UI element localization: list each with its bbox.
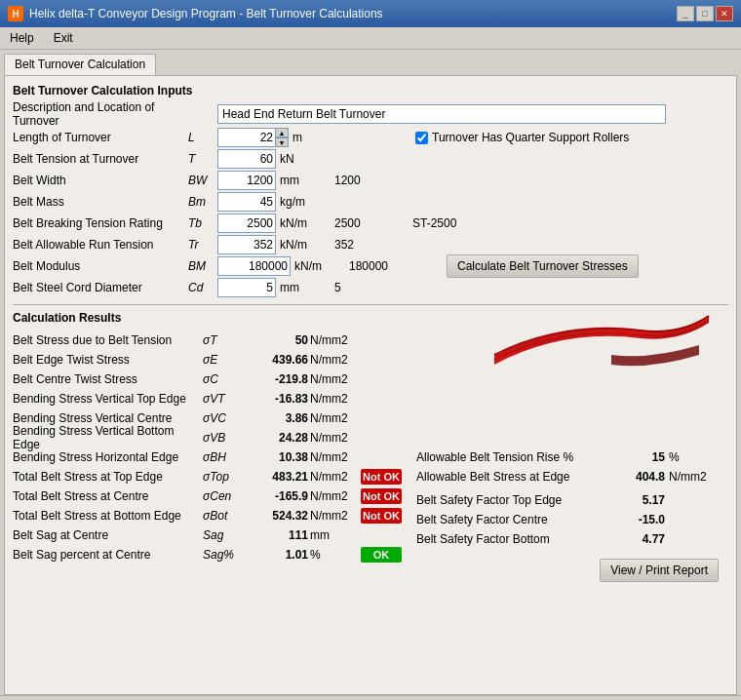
mass-unit: kg/m xyxy=(276,195,325,209)
width-unit: mm xyxy=(276,174,325,187)
result-symbol-10: Sag xyxy=(203,528,247,542)
right-label-1: Allowable Belt Stress at Edge xyxy=(416,470,611,484)
quarter-roller-checkbox[interactable] xyxy=(415,132,428,144)
result-symbol-0: σT xyxy=(203,333,247,347)
result-label-4: Bending Stress Vertical Centre xyxy=(13,411,203,425)
result-unit-4: N/mm2 xyxy=(310,411,359,425)
breaking-extra: 2500 xyxy=(325,216,403,230)
right-label-0: Allowable Belt Tension Rise % xyxy=(416,450,611,464)
breaking-input[interactable] xyxy=(217,214,276,233)
result-symbol-8: σCen xyxy=(203,489,247,503)
right-value-0: 15 xyxy=(611,450,665,464)
length-input[interactable] xyxy=(217,128,276,147)
menu-exit[interactable]: Exit xyxy=(48,29,79,47)
result-unit-7: N/mm2 xyxy=(310,470,359,484)
breaking-symbol: Tb xyxy=(188,216,217,230)
result-value-9: 524.32 xyxy=(247,509,310,523)
length-row: Length of Turnover L ▲ ▼ m Turnover Has … xyxy=(13,127,728,148)
result-unit-1: N/mm2 xyxy=(310,353,359,367)
quarter-roller-label: Turnover Has Quarter Support Rollers xyxy=(432,131,629,144)
result-unit-9: N/mm2 xyxy=(310,509,359,523)
mass-input[interactable] xyxy=(217,192,276,212)
description-row: Description and Location of Turnover xyxy=(13,103,728,125)
result-unit-8: N/mm2 xyxy=(310,489,359,503)
title-bar: H Helix delta-T Conveyor Design Program … xyxy=(0,0,741,27)
right-unit-0: % xyxy=(665,450,714,464)
length-down-btn[interactable]: ▼ xyxy=(275,137,289,147)
close-button[interactable]: ✕ xyxy=(716,6,733,21)
result-row-10: Belt Sag at Centre Sag 111 mm xyxy=(13,525,402,545)
status-badge-8: Not OK xyxy=(361,488,402,504)
allowable-extra: 352 xyxy=(325,238,403,252)
cord-extra: 5 xyxy=(325,281,403,294)
modulus-unit: kN/m xyxy=(291,259,339,273)
right-value-2: 5.17 xyxy=(611,493,665,507)
result-value-6: 10.38 xyxy=(247,450,310,464)
result-row-3: Bending Stress Vertical Top Edge σVT -16… xyxy=(13,389,402,408)
right-result-row-2: Belt Safety Factor Top Edge 5.17 xyxy=(416,490,728,510)
tension-unit: kN xyxy=(276,152,325,166)
result-row-2: Belt Centre Twist Stress σC -219.8 N/mm2 xyxy=(13,369,402,389)
calculate-button[interactable]: Calculate Belt Turnover Stresses xyxy=(447,254,639,278)
right-result-row-4: Belt Safety Factor Bottom 4.77 xyxy=(416,529,728,549)
app-icon: H xyxy=(8,6,23,21)
result-symbol-7: σTop xyxy=(203,470,247,484)
cord-label: Belt Steel Cord Diameter xyxy=(13,281,188,294)
result-symbol-9: σBot xyxy=(203,509,247,523)
result-label-8: Total Belt Stress at Centre xyxy=(13,489,203,503)
width-label: Belt Width xyxy=(13,174,188,187)
result-label-1: Belt Edge Twist Stress xyxy=(13,353,203,367)
result-label-0: Belt Stress due to Belt Tension xyxy=(13,333,203,347)
print-report-button[interactable]: View / Print Report xyxy=(600,559,719,582)
result-unit-0: N/mm2 xyxy=(310,333,359,347)
modulus-row: Belt Modulus BM kN/m 180000 Calculate Be… xyxy=(13,255,728,277)
breaking-extra2: ST-2500 xyxy=(412,216,456,230)
right-result-row-0: Allowable Belt Tension Rise % 15 % xyxy=(416,447,728,467)
allowable-unit: kN/m xyxy=(276,238,325,252)
modulus-symbol: BM xyxy=(188,259,217,273)
result-value-2: -219.8 xyxy=(247,372,310,386)
result-symbol-11: Sag% xyxy=(203,548,247,562)
result-value-3: -16.83 xyxy=(247,392,310,406)
result-label-2: Belt Centre Twist Stress xyxy=(13,372,203,386)
main-content: Belt Turnover Calculation Inputs Descrip… xyxy=(4,75,737,695)
cord-row: Belt Steel Cord Diameter Cd mm 5 xyxy=(13,277,728,298)
cord-symbol: Cd xyxy=(188,281,217,294)
result-symbol-2: σC xyxy=(203,372,247,386)
inputs-section: Belt Turnover Calculation Inputs Descrip… xyxy=(13,84,728,298)
width-row: Belt Width BW mm 1200 xyxy=(13,170,728,191)
result-symbol-5: σVB xyxy=(203,431,247,445)
tension-input[interactable] xyxy=(217,149,276,169)
allowable-symbol: Tr xyxy=(188,238,217,252)
length-up-btn[interactable]: ▲ xyxy=(275,128,289,137)
width-input[interactable] xyxy=(217,171,276,190)
description-input[interactable] xyxy=(217,104,666,124)
left-results: Belt Stress due to Belt Tension σT 50 N/… xyxy=(13,331,402,582)
result-row-6: Bending Stress Horizontal Edge σBH 10.38… xyxy=(13,447,402,467)
menu-bar: Help Exit xyxy=(0,27,741,50)
tab-belt-turnover[interactable]: Belt Turnover Calculation xyxy=(4,54,156,75)
modulus-input[interactable] xyxy=(217,256,291,276)
allowable-input[interactable] xyxy=(217,235,276,254)
result-row-11: Belt Sag percent at Centre Sag% 1.01 % O… xyxy=(13,545,402,564)
right-result-row-1: Allowable Belt Stress at Edge 404.8 N/mm… xyxy=(416,467,728,486)
result-row-8: Total Belt Stress at Centre σCen -165.9 … xyxy=(13,486,402,506)
allowable-label: Belt Allowable Run Tension xyxy=(13,238,188,252)
maximize-button[interactable]: □ xyxy=(696,6,714,21)
result-row-9: Total Belt Stress at Bottom Edge σBot 52… xyxy=(13,506,402,525)
length-label: Length of Turnover xyxy=(13,131,188,144)
mass-row: Belt Mass Bm kg/m xyxy=(13,191,728,213)
mass-symbol: Bm xyxy=(188,195,217,209)
result-symbol-6: σBH xyxy=(203,450,247,464)
result-value-7: 483.21 xyxy=(247,470,310,484)
cord-input[interactable] xyxy=(217,278,276,297)
mass-label: Belt Mass xyxy=(13,195,188,209)
cord-unit: mm xyxy=(276,281,325,294)
result-value-10: 111 xyxy=(247,528,310,542)
right-value-1: 404.8 xyxy=(611,470,665,484)
result-unit-6: N/mm2 xyxy=(310,450,359,464)
tension-symbol: T xyxy=(188,152,217,166)
minimize-button[interactable]: _ xyxy=(677,6,694,21)
menu-help[interactable]: Help xyxy=(4,29,40,47)
right-label-2: Belt Safety Factor Top Edge xyxy=(416,493,611,507)
